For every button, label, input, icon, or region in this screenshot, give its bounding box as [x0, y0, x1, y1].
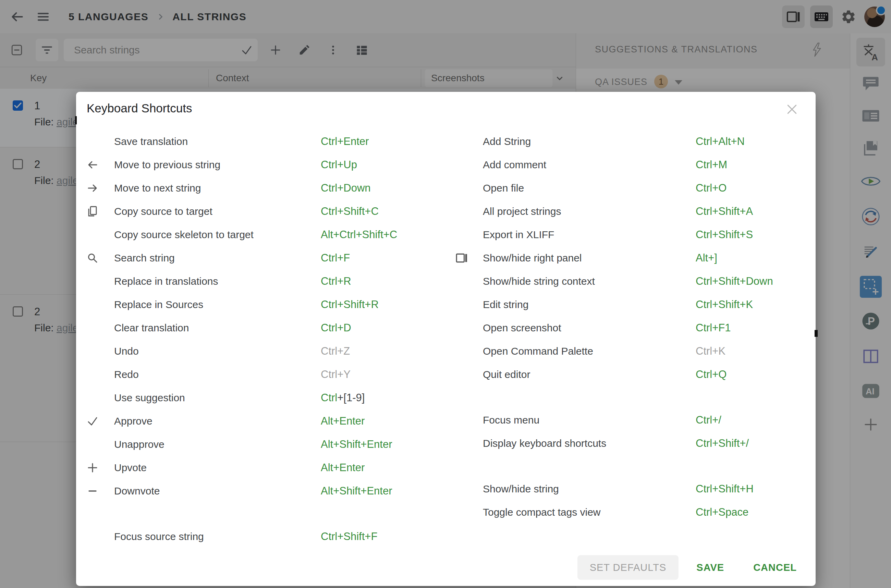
shortcut-label: Approve — [114, 415, 321, 427]
shortcut-key-combo[interactable]: Ctrl — [321, 392, 337, 404]
shortcut-key-combo[interactable]: Ctrl+F — [321, 252, 350, 264]
shortcut-key-combo[interactable]: Ctrl+M — [696, 159, 727, 171]
shortcut-key-combo[interactable]: Ctrl+/ — [696, 414, 722, 426]
shortcut-keys[interactable]: Ctrl+[1-9] — [321, 392, 364, 404]
shortcut-row: RedoCtrl+Y — [87, 363, 456, 386]
shortcut-label: Downvote — [114, 485, 321, 497]
shortcut-keys[interactable]: Ctrl+M — [696, 159, 727, 171]
shortcut-label: Focus menu — [483, 414, 696, 426]
shortcut-keys[interactable]: Ctrl+Shift+A — [696, 205, 753, 218]
set-defaults-button[interactable]: SET DEFAULTS — [578, 555, 679, 580]
copy-icon — [87, 206, 114, 217]
shortcut-key-combo[interactable]: Ctrl+Shift+Down — [696, 275, 773, 287]
shortcut-label: Use suggestion — [114, 392, 321, 404]
arrow-left-icon — [87, 159, 114, 171]
shortcut-keys[interactable]: Ctrl+Shift+Down — [696, 275, 773, 288]
close-icon[interactable] — [785, 102, 799, 117]
check-icon — [87, 415, 114, 427]
keyboard-shortcuts-dialog: Keyboard Shortcuts Save translationCtrl+… — [76, 92, 816, 586]
shortcut-key-combo[interactable]: Ctrl+Shift+F — [321, 530, 377, 542]
shortcut-keys[interactable]: Ctrl+Q — [696, 368, 726, 381]
shortcut-keys[interactable]: Ctrl+O — [696, 182, 726, 194]
shortcut-keys[interactable]: Ctrl+D — [321, 322, 351, 334]
shortcut-keys[interactable]: Alt+Enter — [321, 462, 364, 474]
shortcut-label: Redo — [114, 369, 321, 380]
shortcuts-columns: Save translationCtrl+EnterMove to previo… — [87, 130, 806, 548]
shortcut-key-combo[interactable]: Ctrl+Shift+K — [696, 298, 753, 310]
shortcut-row: Show/hide right panelAlt+] — [456, 246, 806, 270]
shortcut-keys[interactable]: Ctrl+Enter — [321, 135, 369, 148]
shortcut-key-combo[interactable]: Ctrl+Alt+N — [696, 135, 745, 147]
shortcut-label: Show/hide right panel — [483, 252, 696, 264]
shortcut-row: Open fileCtrl+O — [456, 177, 806, 200]
shortcut-key-combo[interactable]: Ctrl+Shift+R — [321, 298, 379, 310]
shortcut-keys[interactable]: Alt+Shift+Enter — [321, 438, 392, 451]
shortcut-key-combo[interactable]: Ctrl+Shift+S — [696, 228, 753, 240]
shortcut-key-combo[interactable]: Alt+Shift+Enter — [321, 438, 392, 450]
shortcut-keys[interactable]: Ctrl+/ — [696, 414, 722, 426]
shortcut-key-combo[interactable]: Ctrl+O — [696, 182, 726, 194]
shortcut-keys[interactable]: Ctrl+Shift+K — [696, 298, 753, 311]
shortcut-key-combo[interactable]: Alt+Enter — [321, 462, 364, 474]
shortcut-keys[interactable]: Ctrl+F1 — [696, 322, 731, 334]
shortcut-keys[interactable]: Alt+Ctrl+Shift+C — [321, 228, 397, 241]
shortcut-label: Save translation — [114, 136, 321, 147]
shortcut-key-combo[interactable]: Ctrl+D — [321, 322, 351, 334]
shortcut-keys[interactable]: Ctrl+Shift+/ — [696, 437, 749, 450]
shortcut-key-combo[interactable]: Ctrl+Space — [696, 506, 748, 518]
shortcut-keys[interactable]: Alt+Shift+Enter — [321, 485, 392, 497]
shortcut-key-combo[interactable]: Ctrl+Shift+H — [696, 483, 754, 495]
shortcut-keys[interactable]: Ctrl+Shift+S — [696, 228, 753, 241]
shortcut-key-combo[interactable]: Ctrl+Q — [696, 368, 726, 380]
shortcut-row: Replace in translationsCtrl+R — [87, 270, 456, 293]
shortcut-key-combo[interactable]: Alt+Ctrl+Shift+C — [321, 228, 397, 240]
shortcut-key-combo[interactable]: Alt+Enter — [321, 415, 364, 427]
shortcut-label: Edit string — [483, 299, 696, 310]
shortcut-keys[interactable]: Ctrl+F — [321, 252, 350, 264]
shortcut-label: Undo — [114, 345, 321, 357]
shortcut-keys[interactable]: Ctrl+Up — [321, 159, 357, 171]
plus-icon — [87, 462, 114, 474]
shortcut-keys[interactable]: Ctrl+K — [696, 345, 726, 357]
shortcut-key-combo[interactable]: Ctrl+Z — [321, 345, 350, 357]
shortcut-keys[interactable]: Ctrl+Shift+H — [696, 483, 754, 495]
shortcut-key-combo[interactable]: Ctrl+Down — [321, 182, 371, 194]
shortcut-key-combo[interactable]: +[1-9] — [337, 392, 364, 404]
shortcut-keys[interactable]: Ctrl+R — [321, 275, 351, 288]
shortcut-key-combo[interactable]: Ctrl+Up — [321, 159, 357, 171]
shortcut-row: ApproveAlt+Enter — [87, 410, 456, 433]
shortcut-row: Focus menuCtrl+/ — [456, 408, 806, 432]
shortcut-label: Open file — [483, 182, 696, 194]
shortcut-row: Add commentCtrl+M — [456, 153, 806, 177]
shortcut-keys[interactable]: Ctrl+Shift+R — [321, 298, 379, 311]
shortcut-keys[interactable]: Ctrl+Z — [321, 345, 350, 357]
shortcut-row: Copy source to targetCtrl+Shift+C — [87, 200, 456, 223]
shortcut-key-combo[interactable]: Ctrl+Y — [321, 368, 351, 380]
shortcut-row: Display keyboard shortcutsCtrl+Shift+/ — [456, 432, 806, 455]
shortcut-label: Show/hide string context — [483, 276, 696, 287]
cancel-button[interactable]: CANCEL — [753, 562, 797, 573]
shortcut-key-combo[interactable]: Ctrl+Shift+/ — [696, 437, 749, 449]
shortcut-keys[interactable]: Ctrl+Down — [321, 182, 371, 194]
shortcut-key-combo[interactable]: Ctrl+Enter — [321, 135, 369, 147]
save-button[interactable]: SAVE — [696, 562, 724, 573]
shortcut-label: Export in XLIFF — [483, 229, 696, 240]
shortcut-keys[interactable]: Ctrl+Alt+N — [696, 135, 745, 148]
shortcut-keys[interactable]: Ctrl+Shift+F — [321, 530, 377, 543]
shortcut-key-combo[interactable]: Alt+Shift+Enter — [321, 485, 392, 497]
shortcut-keys[interactable]: Ctrl+Y — [321, 368, 351, 381]
shortcut-key-combo[interactable]: Ctrl+K — [696, 345, 726, 357]
shortcut-key-combo[interactable]: Alt+] — [696, 252, 717, 264]
shortcut-keys[interactable]: Ctrl+Shift+C — [321, 205, 379, 218]
shortcut-keys[interactable]: Alt+Enter — [321, 415, 364, 427]
shortcut-row: Quit editorCtrl+Q — [456, 363, 806, 386]
shortcut-row: UnapproveAlt+Shift+Enter — [87, 433, 456, 456]
shortcut-key-combo[interactable]: Ctrl+F1 — [696, 322, 731, 334]
shortcut-keys[interactable]: Alt+] — [696, 252, 717, 264]
shortcut-key-combo[interactable]: Ctrl+Shift+A — [696, 205, 753, 217]
shortcut-key-combo[interactable]: Ctrl+R — [321, 275, 351, 287]
shortcut-row: Move to next stringCtrl+Down — [87, 177, 456, 200]
shortcut-keys[interactable]: Ctrl+Space — [696, 506, 748, 519]
shortcut-key-combo[interactable]: Ctrl+Shift+C — [321, 205, 379, 217]
shortcut-row: DownvoteAlt+Shift+Enter — [87, 479, 456, 502]
